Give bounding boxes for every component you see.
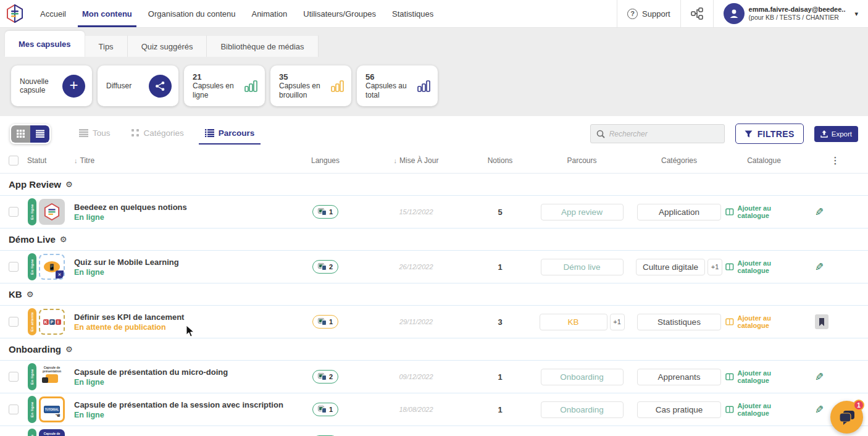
category-button[interactable]: Cas pratique [637, 401, 721, 418]
more-parcours-badge[interactable]: +1 [610, 314, 625, 330]
nav-item-utilisateurs[interactable]: Utilisateurs/Groupes [295, 0, 384, 27]
row-checkbox[interactable] [9, 405, 19, 414]
capsule-title[interactable]: Définir ses KPI de lancement [74, 312, 184, 322]
row-checkbox[interactable] [9, 207, 19, 217]
language-badge: 1 [312, 403, 338, 416]
edit-icon[interactable]: ✎ [815, 206, 824, 219]
capsule-status-text: En ligne [74, 213, 104, 222]
stat-card-en-ligne[interactable]: 21 Capsules en ligne [184, 65, 265, 106]
chat-widget-button[interactable]: 1 [830, 401, 863, 434]
category-button[interactable]: Culture digitale [636, 259, 705, 275]
person-icon [728, 7, 740, 20]
capsule-title[interactable]: Beedeez en quelques notions [74, 203, 187, 212]
capsule-title[interactable]: Capsule de présentation du micro-doing [74, 367, 228, 377]
row-checkbox[interactable] [9, 372, 19, 382]
capsule-title[interactable]: Capsule de présentation de la session av… [74, 400, 283, 409]
tab-mes-capsules[interactable]: Mes capsules [5, 31, 85, 57]
new-capsule-card[interactable]: Nouvelle capsule + [11, 65, 92, 106]
gear-icon[interactable]: ⚙ [27, 290, 34, 299]
capsule-thumbnail[interactable]: 📱✕ [39, 254, 65, 280]
column-langues[interactable]: Langues [288, 148, 363, 173]
chevron-down-icon[interactable]: ▾ [854, 10, 858, 18]
row-checkbox[interactable] [9, 317, 19, 327]
export-button[interactable]: Export [814, 126, 858, 142]
search-input[interactable] [609, 130, 719, 138]
gear-icon[interactable]: ⚙ [65, 180, 73, 189]
gear-icon[interactable]: ⚙ [65, 345, 73, 354]
add-to-catalogue-link[interactable]: Ajouter au catalogue [725, 204, 803, 219]
add-to-catalogue-link[interactable]: Ajouter au catalogue [725, 402, 803, 417]
kebab-menu-icon[interactable]: ⋮ [831, 155, 840, 166]
updated-date: 26/12/2022 [399, 263, 433, 270]
parcours-button[interactable]: KB [540, 314, 607, 330]
column-titre[interactable]: ↓Titre [65, 148, 288, 173]
status-pill: En ligne [28, 363, 36, 390]
tab-bibliotheque[interactable]: Bibliothèque de médias [207, 35, 318, 57]
more-categories-badge[interactable]: +1 [707, 259, 722, 275]
category-button[interactable]: Apprenants [637, 369, 721, 385]
table-row: En ligne 📱✕ Quiz sur le Mobile Learning … [0, 251, 868, 283]
notions-count: 3 [498, 317, 502, 327]
capsule-status-text: En ligne [74, 268, 104, 277]
list-view-button[interactable] [30, 125, 49, 143]
group-name: KB [9, 289, 22, 300]
filter-tab-parcours[interactable]: Parcours [205, 128, 255, 139]
grid-view-button[interactable] [11, 125, 30, 143]
select-all-checkbox[interactable] [9, 156, 19, 166]
share-icon[interactable] [149, 75, 172, 98]
nav-item-organisation[interactable]: Organisation du contenu [140, 0, 244, 27]
nav-item-mon-contenu[interactable]: Mon contenu [74, 0, 140, 27]
capsule-thumbnail[interactable]: Capsule de présentation [39, 364, 65, 390]
tab-quiz-suggeres[interactable]: Quiz suggérés [128, 35, 207, 57]
user-menu[interactable]: emma.faivre-daisay@beedee.. (pour KB / T… [713, 0, 868, 27]
parcours-button[interactable]: App review [541, 204, 624, 220]
stat-card-brouillon[interactable]: 35 Capsules en brouillon [270, 65, 351, 106]
column-options[interactable]: ⋮ [803, 148, 868, 173]
chat-notification-badge: 1 [853, 400, 864, 411]
filter-tab-categories[interactable]: Catégories [131, 128, 184, 139]
column-mise-a-jour[interactable]: ↓Mise À Jour [363, 148, 469, 173]
bar-chart-icon [416, 80, 431, 92]
edit-icon[interactable]: ✎ [815, 371, 824, 384]
stat-card-total[interactable]: 56 Capsules au total [357, 65, 438, 106]
row-checkbox[interactable] [9, 262, 19, 272]
category-button[interactable]: Statistiques [637, 314, 721, 330]
column-parcours[interactable]: Parcours [531, 148, 633, 173]
flag-icon [318, 208, 327, 216]
add-to-catalogue-link[interactable]: Ajouter au catalogue [725, 259, 803, 274]
capsule-title[interactable]: Quiz sur le Mobile Learning [74, 258, 179, 267]
parcours-button[interactable]: Démo live [541, 259, 624, 275]
plus-icon[interactable]: + [62, 75, 85, 98]
edit-icon[interactable]: ✎ [815, 403, 824, 416]
category-button[interactable]: Application [637, 204, 721, 220]
filtres-button[interactable]: FILTRES [735, 124, 804, 144]
edit-icon[interactable]: ✎ [815, 261, 824, 274]
parcours-button[interactable]: Onboarding [541, 401, 624, 418]
sort-arrow-icon[interactable]: ↓ [394, 157, 398, 164]
org-share-button[interactable] [680, 0, 713, 27]
column-statut[interactable]: Statut [27, 148, 65, 173]
add-to-catalogue-link[interactable]: Ajouter au catalogue [725, 369, 803, 384]
filter-tabs: Tous Catégories Parcours [79, 128, 254, 139]
tab-tips[interactable]: Tips [85, 35, 128, 57]
capsule-thumbnail[interactable]: Capsule de présentation [39, 429, 65, 436]
capsule-thumbnail[interactable]: K P I [39, 309, 65, 335]
parcours-button[interactable]: Onboarding [541, 369, 624, 385]
bookmark-button[interactable] [815, 314, 828, 329]
column-categories[interactable]: Catégories [633, 148, 725, 173]
sort-arrow-icon[interactable]: ↓ [74, 157, 78, 164]
filter-tab-tous[interactable]: Tous [79, 128, 111, 139]
beedeez-logo[interactable] [0, 0, 32, 27]
add-to-catalogue-link[interactable]: Ajouter au catalogue [725, 314, 803, 329]
nav-item-accueil[interactable]: Accueil [32, 0, 74, 27]
diffuser-card[interactable]: Diffuser [98, 65, 178, 106]
capsule-thumbnail[interactable] [39, 199, 65, 225]
support-button[interactable]: ? Support [617, 0, 680, 27]
nav-item-animation[interactable]: Animation [243, 0, 295, 27]
column-notions[interactable]: Notions [469, 148, 531, 173]
nav-item-statistiques[interactable]: Statistiques [384, 0, 441, 27]
bookmark-icon [819, 318, 825, 326]
column-catalogue[interactable]: Catalogue [725, 148, 803, 173]
capsule-thumbnail[interactable]: TUTORIAL☚ [39, 396, 65, 422]
gear-icon[interactable]: ⚙ [60, 235, 67, 244]
